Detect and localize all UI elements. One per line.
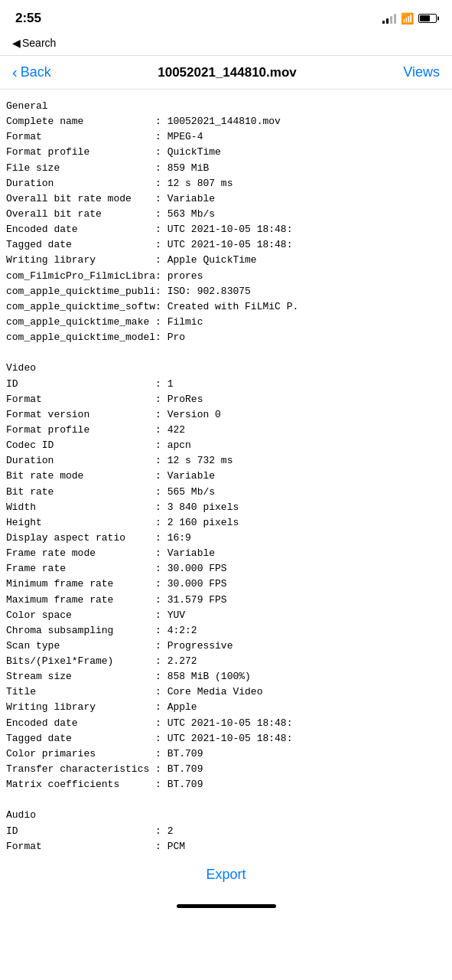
page-title: 10052021_144810.mov: [158, 65, 297, 80]
back-button[interactable]: ‹ Back: [12, 64, 51, 81]
back-label: Back: [21, 64, 51, 80]
back-icon: ‹: [12, 64, 18, 81]
views-button[interactable]: Views: [403, 64, 440, 80]
header-bar: ‹ Back 10052021_144810.mov Views: [0, 56, 452, 90]
home-bar: [177, 904, 276, 908]
battery-icon: [418, 14, 437, 23]
export-area: Export: [0, 854, 452, 898]
search-label: Search: [22, 37, 56, 49]
home-indicator: [0, 898, 452, 917]
wifi-icon: 📶: [401, 12, 414, 24]
signal-icon: [382, 13, 396, 24]
status-icons: 📶: [382, 12, 437, 24]
export-button[interactable]: Export: [206, 867, 246, 883]
media-info: General Complete name : 10052021_144810.…: [6, 99, 446, 854]
status-time: 2:55: [15, 11, 41, 26]
search-back[interactable]: ◀ Search: [12, 37, 56, 49]
status-bar: 2:55 📶: [0, 0, 452, 34]
back-chevron-icon: ◀: [12, 37, 21, 49]
nav-bar: ◀ Search: [0, 34, 452, 56]
content-area: General Complete name : 10052021_144810.…: [0, 90, 452, 854]
